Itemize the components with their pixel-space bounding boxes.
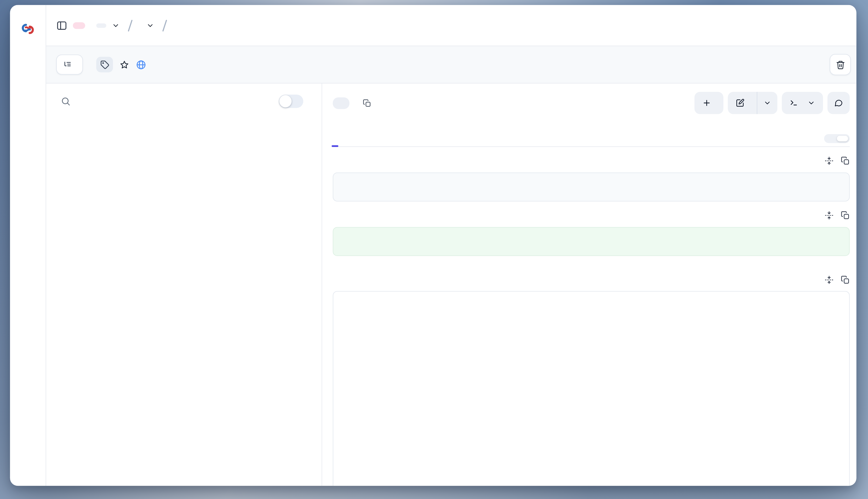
observation-tree — [46, 123, 322, 486]
litellm-pinwheel-icon — [333, 97, 349, 109]
tree-search[interactable] — [61, 96, 270, 106]
bookmark-star-button[interactable] — [120, 60, 129, 69]
left-rail — [10, 5, 46, 486]
environment-badge[interactable] — [73, 22, 85, 29]
span-actions — [695, 92, 850, 114]
public-globe-button[interactable] — [136, 59, 146, 70]
metadata-section-icons — [825, 276, 850, 284]
main-column — [46, 5, 856, 486]
span-detail-panel — [322, 84, 856, 486]
comments-button[interactable] — [827, 92, 850, 114]
tree-search-input[interactable] — [77, 97, 138, 106]
span-header — [333, 92, 850, 114]
content-area — [46, 84, 856, 486]
desktop-background — [0, 0, 868, 499]
observation-tree-panel — [46, 84, 322, 486]
langfuse-app-window — [10, 5, 856, 486]
trace-type-badge — [56, 54, 83, 75]
org-chevron-down-icon[interactable] — [112, 21, 120, 29]
org-type-badge — [96, 23, 106, 28]
fold-vertical-icon[interactable] — [825, 211, 834, 220]
detail-tabs — [333, 128, 850, 147]
copy-icon[interactable] — [841, 276, 850, 284]
trace-header — [46, 46, 856, 84]
view-format-toggle — [824, 134, 850, 143]
delete-trace-button[interactable] — [830, 54, 851, 75]
playground-button[interactable] — [782, 92, 823, 114]
add-to-datasets-button[interactable] — [695, 92, 723, 114]
metadata-json-viewer — [333, 291, 850, 486]
project-chevron-down-icon[interactable] — [146, 21, 154, 29]
breadcrumb-separator — [128, 20, 132, 31]
metadata-section-header — [333, 276, 850, 284]
input-section-header — [333, 156, 850, 165]
annotate-dropdown-chevron[interactable] — [757, 92, 777, 114]
sidebar-toggle-button[interactable] — [56, 20, 68, 31]
formatted-option[interactable] — [826, 136, 837, 141]
breadcrumb-separator — [162, 20, 167, 31]
langfuse-logo-icon[interactable] — [21, 22, 35, 36]
tab-preview[interactable] — [333, 140, 342, 146]
timeline-toggle[interactable] — [279, 95, 303, 108]
fold-vertical-icon[interactable] — [825, 276, 834, 284]
annotate-button[interactable] — [728, 92, 757, 114]
breadcrumb — [46, 5, 856, 46]
toggle-knob — [279, 95, 292, 108]
input-section-icons — [825, 156, 850, 165]
output-section-icons — [825, 211, 850, 220]
output-value-box — [333, 227, 850, 256]
copy-icon[interactable] — [841, 156, 850, 165]
input-value-box — [333, 172, 850, 202]
copy-icon[interactable] — [841, 211, 850, 220]
copy-id-button[interactable] — [363, 99, 374, 107]
tab-scores[interactable] — [351, 140, 359, 146]
tree-toolbar — [46, 84, 322, 119]
fold-vertical-icon[interactable] — [825, 156, 834, 165]
json-option[interactable] — [837, 136, 848, 141]
tags-button[interactable] — [96, 57, 113, 72]
output-section-header — [333, 211, 850, 220]
annotate-split-button — [728, 92, 777, 114]
